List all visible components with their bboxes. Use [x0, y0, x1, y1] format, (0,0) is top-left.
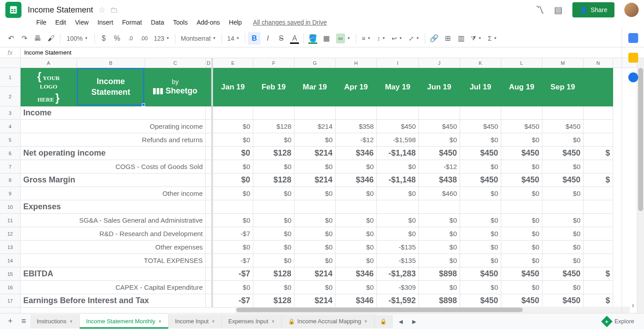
row-header-16[interactable]: 16 [0, 281, 20, 294]
font-size-select[interactable]: 14▼ [225, 33, 243, 44]
data-cell[interactable]: $214 [294, 147, 336, 160]
row-label[interactable]: Refunds and returns [21, 133, 206, 147]
data-cell[interactable] [336, 106, 377, 120]
data-cell[interactable]: $0 [213, 187, 253, 200]
data-cell[interactable] [336, 200, 377, 214]
locked-tab-indicator[interactable]: 🔒 [375, 315, 392, 328]
data-cell[interactable]: -$1,148 [377, 173, 419, 187]
data-cell[interactable]: $0 [542, 187, 584, 200]
data-cell[interactable]: $0 [419, 227, 460, 241]
data-cell[interactable]: $0 [460, 241, 501, 254]
data-cell[interactable]: $450 [542, 120, 584, 133]
data-cell[interactable]: $0 [253, 160, 294, 173]
data-cell[interactable]: $450 [501, 147, 542, 160]
data-cell[interactable]: $450 [419, 147, 460, 160]
title-cell[interactable]: IncomeStatement [77, 68, 145, 106]
data-cell[interactable]: $0 [419, 241, 460, 254]
data-cell[interactable]: $128 [253, 267, 294, 281]
month-header-3[interactable]: Mar 19 [294, 68, 336, 106]
month-header-4[interactable]: Apr 19 [336, 68, 377, 106]
data-cell[interactable]: $0 [542, 160, 584, 173]
data-cell[interactable]: $0 [253, 133, 294, 147]
data-cell[interactable] [584, 241, 613, 254]
data-cell[interactable]: $ [584, 173, 613, 187]
data-cell[interactable]: $214 [294, 267, 336, 281]
data-cell[interactable]: $450 [460, 147, 501, 160]
data-cell[interactable]: -$309 [377, 281, 419, 294]
data-cell[interactable]: $0 [419, 254, 460, 267]
data-cell[interactable]: $0 [501, 133, 542, 147]
data-cell[interactable]: $0 [377, 187, 419, 200]
data-cell[interactable]: $0 [542, 214, 584, 227]
tasks-icon[interactable] [628, 72, 638, 82]
sheet-tab[interactable]: Income Input▼ [169, 314, 222, 328]
data-cell[interactable]: $0 [501, 227, 542, 241]
data-cell[interactable]: $0 [377, 214, 419, 227]
data-cell[interactable]: $0 [294, 160, 336, 173]
data-cell[interactable]: $0 [542, 254, 584, 267]
column-header-L[interactable]: L [501, 58, 542, 68]
menu-view[interactable]: View [71, 17, 93, 28]
row-header-14[interactable]: 14 [0, 254, 20, 267]
data-cell[interactable]: $0 [460, 254, 501, 267]
add-sheet-button[interactable]: + [4, 317, 17, 326]
row-header-1[interactable]: 1 [0, 68, 20, 87]
data-cell[interactable] [584, 200, 613, 214]
row-header-4[interactable]: 4 [0, 120, 20, 133]
data-cell[interactable] [584, 106, 613, 120]
row-label[interactable]: SG&A - Sales General and Administrative [21, 214, 206, 227]
data-cell[interactable]: $0 [213, 160, 253, 173]
row-label[interactable]: EBITDA [21, 267, 206, 281]
row-label[interactable]: Expenses [21, 200, 206, 214]
vertical-align-button[interactable]: ↕▼ [374, 33, 388, 44]
data-cell[interactable]: $0 [377, 227, 419, 241]
data-cell[interactable]: $0 [294, 214, 336, 227]
data-cell[interactable]: -$1,148 [377, 147, 419, 160]
data-cell[interactable]: $0 [294, 133, 336, 147]
data-cell[interactable]: -$7 [213, 267, 253, 281]
text-wrap-button[interactable]: ↩▼ [389, 33, 405, 44]
data-cell[interactable]: $358 [336, 120, 377, 133]
data-cell[interactable] [584, 254, 613, 267]
data-cell[interactable]: -$1,283 [377, 267, 419, 281]
data-cell[interactable]: $128 [253, 120, 294, 133]
month-header-8[interactable]: Aug 19 [501, 68, 542, 106]
row-label[interactable]: TOTAL EXPENSES [21, 254, 206, 267]
data-cell[interactable]: $ [584, 267, 613, 281]
month-header-9[interactable]: Sep 19 [542, 68, 584, 106]
data-cell[interactable]: $0 [253, 241, 294, 254]
column-header-C[interactable]: C [145, 58, 206, 68]
data-cell[interactable]: $450 [542, 294, 584, 308]
paint-format-button[interactable]: 🖌 [45, 32, 57, 45]
column-header-J[interactable]: J [419, 58, 460, 68]
row-label[interactable]: CAPEX - Capital Expenditure [21, 281, 206, 294]
keep-icon[interactable] [628, 53, 638, 63]
column-header-B[interactable]: B [77, 58, 145, 68]
data-cell[interactable]: -$135 [377, 241, 419, 254]
data-cell[interactable] [501, 200, 542, 214]
data-cell[interactable]: $450 [542, 147, 584, 160]
data-cell[interactable]: $0 [213, 241, 253, 254]
sheet-tab[interactable]: Instructions▼ [30, 314, 80, 328]
number-format-select[interactable]: 123▼ [151, 33, 172, 44]
data-cell[interactable]: $0 [460, 133, 501, 147]
data-cell[interactable]: $0 [294, 281, 336, 294]
data-cell[interactable]: $0 [460, 160, 501, 173]
formula-input[interactable] [21, 47, 644, 58]
data-cell[interactable]: $0 [419, 133, 460, 147]
column-header-E[interactable]: E [213, 58, 253, 68]
data-cell[interactable]: $450 [460, 294, 501, 308]
data-cell[interactable]: -$7 [213, 227, 253, 241]
insert-comment-button[interactable]: ⊞ [441, 32, 454, 45]
data-cell[interactable]: $346 [336, 147, 377, 160]
data-cell[interactable]: $0 [253, 281, 294, 294]
data-cell[interactable] [253, 106, 294, 120]
data-cell[interactable]: $ [584, 147, 613, 160]
all-sheets-button[interactable]: ≡ [17, 317, 30, 326]
data-cell[interactable]: -$7 [213, 254, 253, 267]
data-cell[interactable]: $0 [501, 241, 542, 254]
explore-button[interactable]: Explore [597, 315, 640, 328]
data-cell[interactable]: $346 [336, 267, 377, 281]
data-cell[interactable] [377, 106, 419, 120]
row-header-11[interactable]: 11 [0, 214, 20, 227]
